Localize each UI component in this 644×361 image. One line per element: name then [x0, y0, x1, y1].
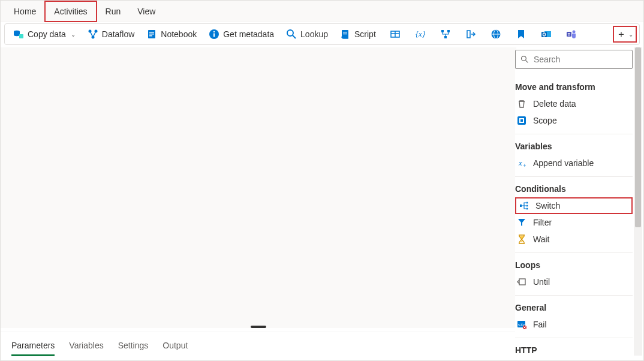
- activity-search[interactable]: [515, 50, 633, 69]
- svg-rect-41: [520, 204, 522, 207]
- activity-label: Switch: [535, 201, 560, 210]
- info-icon: [209, 29, 219, 40]
- activity-label: Filter: [533, 218, 552, 227]
- tab-variables[interactable]: Variables: [69, 336, 103, 355]
- script-icon: [340, 29, 351, 40]
- hourglass-icon: [516, 234, 527, 245]
- activity-until[interactable]: Until: [515, 273, 633, 290]
- panel-scrollbar[interactable]: [634, 47, 642, 356]
- svg-point-43: [526, 205, 528, 207]
- lookup-button[interactable]: Lookup: [280, 26, 334, 42]
- svg-rect-7: [149, 34, 154, 35]
- tab-settings[interactable]: Settings: [118, 336, 149, 355]
- svg-rect-6: [149, 32, 154, 33]
- bookmark-icon[interactable]: [511, 26, 531, 43]
- outlook-icon[interactable]: [537, 26, 556, 43]
- tab-parameters[interactable]: Parameters: [11, 336, 55, 355]
- search-icon: [286, 29, 297, 40]
- add-activity-button[interactable]: ＋ ⌄: [613, 26, 637, 43]
- svg-rect-8: [149, 35, 152, 37]
- activity-search-input[interactable]: [534, 55, 627, 64]
- tab-activities[interactable]: Activities: [44, 1, 97, 22]
- notebook-button[interactable]: Notebook: [140, 26, 203, 42]
- pipeline-icon[interactable]: [436, 26, 455, 43]
- activity-fail[interactable]: </> Fail: [515, 316, 633, 333]
- svg-text:x: x: [518, 158, 522, 167]
- fail-icon: </>: [516, 319, 527, 330]
- svg-rect-15: [343, 32, 347, 32]
- svg-line-35: [526, 61, 528, 63]
- globe-icon[interactable]: [486, 26, 505, 43]
- activity-switch[interactable]: Switch: [515, 197, 633, 214]
- insert-icon[interactable]: [461, 26, 480, 43]
- scrollbar-thumb[interactable]: [635, 47, 641, 227]
- section-conditionals: Conditionals: [515, 182, 633, 197]
- pipeline-canvas[interactable]: [1, 47, 516, 328]
- dataflow-icon: [88, 29, 98, 40]
- activity-label: Scope: [533, 116, 557, 125]
- activity-label: Append variable: [533, 158, 594, 168]
- svg-text:+: +: [523, 163, 526, 168]
- tab-output[interactable]: Output: [162, 336, 188, 355]
- panel-resize-handle[interactable]: [251, 326, 266, 328]
- activity-label: Wait: [533, 234, 549, 244]
- bottom-tab-bar: Parameters Variables Settings Output: [1, 332, 516, 358]
- teams-icon[interactable]: T: [562, 26, 581, 43]
- svg-point-42: [526, 202, 528, 204]
- svg-rect-21: [441, 30, 444, 32]
- svg-point-34: [522, 56, 526, 61]
- svg-rect-22: [447, 30, 450, 32]
- script-label: Script: [354, 29, 376, 39]
- section-move-transform: Move and transform: [515, 80, 633, 95]
- svg-rect-24: [467, 31, 470, 38]
- notebook-label: Notebook: [161, 29, 197, 39]
- activity-append-variable[interactable]: x+ Append variable: [515, 155, 633, 172]
- activity-label: Fail: [533, 320, 547, 329]
- activities-toolbar: Copy data ⌄ Dataflow Notebook Get metada…: [4, 23, 640, 45]
- svg-rect-23: [444, 36, 447, 38]
- chevron-down-icon: ⌄: [71, 31, 76, 38]
- append-variable-icon: x+: [516, 158, 527, 169]
- copy-data-button[interactable]: Copy data ⌄: [7, 26, 82, 42]
- tab-run[interactable]: Run: [97, 2, 130, 21]
- lookup-label: Lookup: [300, 29, 328, 39]
- get-metadata-label: Get metadata: [223, 29, 274, 39]
- activities-panel: Move and transform Delete data Scope Var…: [515, 50, 633, 354]
- activity-label: Until: [533, 277, 550, 287]
- scope-icon: [516, 115, 527, 126]
- filter-icon: [516, 217, 527, 228]
- svg-rect-45: [519, 279, 525, 285]
- svg-text:{x}: {x}: [416, 29, 426, 38]
- activity-scope[interactable]: Scope: [515, 112, 633, 129]
- get-metadata-button[interactable]: Get metadata: [203, 26, 280, 42]
- until-icon: [516, 276, 527, 287]
- toolbar-icon-strip: {x} T: [382, 26, 585, 43]
- dataflow-label: Dataflow: [102, 29, 134, 39]
- section-loops: Loops: [515, 258, 633, 273]
- svg-text:T: T: [568, 32, 571, 37]
- plus-icon: ＋: [616, 29, 626, 39]
- svg-line-13: [293, 35, 296, 38]
- notebook-icon: [146, 29, 157, 40]
- table-icon[interactable]: [386, 26, 405, 43]
- copy-data-label: Copy data: [28, 29, 66, 39]
- tab-view[interactable]: View: [129, 2, 164, 21]
- svg-rect-10: [213, 34, 215, 37]
- activity-filter[interactable]: Filter: [515, 214, 633, 231]
- chevron-down-icon: ⌄: [628, 31, 633, 38]
- activity-wait[interactable]: Wait: [515, 231, 633, 248]
- svg-rect-16: [343, 34, 347, 34]
- svg-point-12: [287, 30, 293, 36]
- script-button[interactable]: Script: [334, 26, 382, 42]
- svg-rect-38: [520, 119, 523, 122]
- dataflow-button[interactable]: Dataflow: [82, 26, 140, 42]
- svg-rect-1: [19, 34, 23, 38]
- variable-icon[interactable]: {x}: [411, 26, 430, 43]
- trash-icon: [516, 98, 527, 109]
- activity-delete-data[interactable]: Delete data: [515, 95, 633, 112]
- copy-data-icon: [13, 29, 24, 40]
- tab-home[interactable]: Home: [5, 2, 44, 21]
- svg-point-11: [213, 31, 215, 32]
- top-tab-bar: Home Activities Run View: [1, 1, 643, 22]
- svg-point-44: [526, 208, 528, 210]
